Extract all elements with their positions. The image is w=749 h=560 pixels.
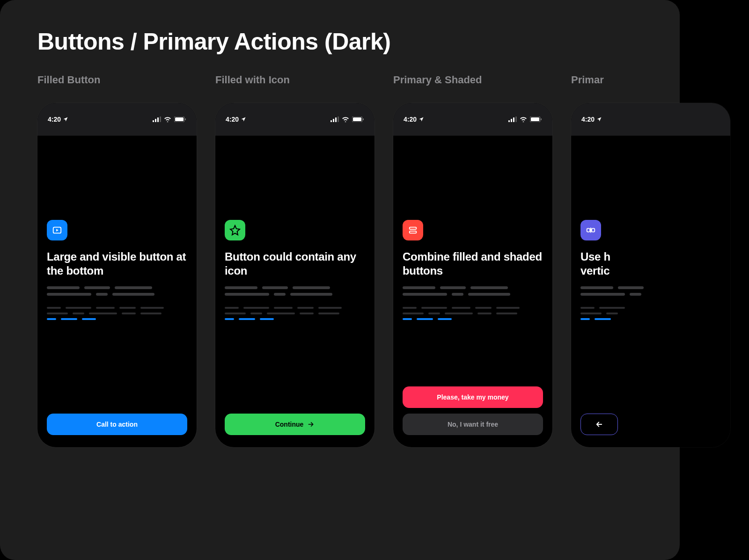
secondary-button[interactable]: No, I want it free bbox=[403, 414, 543, 435]
status-time: 4:20 bbox=[226, 116, 239, 123]
example-title: Primary & Shaded bbox=[393, 74, 552, 86]
phone-mock: 4:20 Combine filled and shaded buttons bbox=[393, 103, 552, 447]
examples-row: Filled Button 4:20 bbox=[37, 74, 680, 447]
arrow-left-icon bbox=[595, 420, 603, 429]
wifi-icon bbox=[520, 116, 527, 122]
location-icon bbox=[419, 116, 424, 122]
location-icon bbox=[63, 116, 68, 122]
example-heading: Large and visible button at the bottom bbox=[47, 250, 187, 278]
svg-rect-15 bbox=[508, 120, 510, 122]
svg-rect-22 bbox=[410, 227, 417, 230]
arrow-right-icon bbox=[307, 421, 315, 428]
svg-rect-0 bbox=[153, 120, 154, 122]
phone-content: Large and visible button at the bottom bbox=[47, 220, 187, 320]
status-right bbox=[153, 116, 186, 122]
button-label: No, I want it free bbox=[448, 421, 498, 428]
example-title: Filled with Icon bbox=[215, 74, 374, 86]
svg-rect-8 bbox=[330, 120, 332, 122]
svg-rect-10 bbox=[335, 117, 337, 122]
example-heading: Use h vertic bbox=[580, 250, 721, 278]
back-button[interactable] bbox=[580, 414, 618, 435]
star-icon bbox=[229, 225, 241, 236]
button-area: Please, take my money No, I want it free bbox=[403, 386, 543, 435]
status-bar: 4:20 bbox=[571, 103, 730, 136]
status-bar: 4:20 bbox=[393, 103, 552, 136]
button-label: Please, take my money bbox=[437, 393, 508, 401]
app-icon bbox=[225, 220, 245, 240]
app-icon bbox=[580, 220, 601, 240]
status-time: 4:20 bbox=[48, 116, 61, 123]
svg-rect-16 bbox=[511, 119, 512, 122]
placeholder-text bbox=[403, 286, 543, 320]
placeholder-text bbox=[580, 286, 721, 320]
page-title: Buttons / Primary Actions (Dark) bbox=[37, 28, 680, 55]
phone-mock: 4:20 Use h vertic bbox=[571, 103, 730, 447]
svg-rect-23 bbox=[410, 231, 417, 233]
status-bar: 4:20 bbox=[215, 103, 374, 136]
svg-rect-21 bbox=[541, 118, 542, 120]
button-area: Call to action bbox=[47, 414, 187, 435]
phone-content: Use h vertic bbox=[580, 220, 721, 320]
battery-icon bbox=[530, 116, 542, 122]
svg-rect-25 bbox=[592, 228, 595, 232]
button-label: Continue bbox=[275, 421, 304, 428]
example-column: Primar 4:20 Use h vertic bbox=[571, 74, 730, 447]
stack-icon bbox=[408, 225, 418, 235]
phone-mock: 4:20 Button could contain any icon bbox=[215, 103, 374, 447]
phone-content: Button could contain any icon bbox=[225, 220, 365, 320]
phone-content: Combine filled and shaded buttons bbox=[403, 220, 543, 320]
svg-rect-11 bbox=[338, 116, 339, 122]
button-area bbox=[580, 414, 721, 435]
cellular-icon bbox=[153, 116, 161, 122]
svg-rect-1 bbox=[155, 119, 156, 122]
svg-rect-6 bbox=[185, 118, 186, 120]
example-title: Filled Button bbox=[37, 74, 197, 86]
placeholder-text bbox=[225, 286, 365, 320]
design-canvas: Buttons / Primary Actions (Dark) Filled … bbox=[0, 0, 680, 560]
battery-icon bbox=[174, 116, 186, 122]
svg-rect-24 bbox=[587, 228, 590, 232]
status-bar: 4:20 bbox=[37, 103, 197, 136]
wifi-icon bbox=[164, 116, 171, 122]
location-icon bbox=[241, 116, 246, 122]
app-icon bbox=[403, 220, 423, 240]
svg-rect-17 bbox=[513, 117, 514, 122]
example-column: Primary & Shaded 4:20 Combine filled and… bbox=[393, 74, 552, 447]
svg-rect-5 bbox=[175, 117, 184, 121]
example-heading: Combine filled and shaded buttons bbox=[403, 250, 543, 278]
primary-button[interactable]: Continue bbox=[225, 414, 365, 435]
cellular-icon bbox=[330, 116, 339, 122]
placeholder-text bbox=[47, 286, 187, 320]
wifi-icon bbox=[342, 116, 349, 122]
svg-rect-20 bbox=[531, 117, 539, 121]
primary-button[interactable]: Call to action bbox=[47, 414, 187, 435]
status-time: 4:20 bbox=[581, 116, 595, 123]
app-icon bbox=[47, 220, 67, 240]
button-label: Call to action bbox=[96, 421, 138, 428]
svg-rect-14 bbox=[363, 118, 364, 120]
primary-button[interactable]: Please, take my money bbox=[403, 386, 543, 408]
location-icon bbox=[596, 116, 602, 122]
svg-rect-9 bbox=[333, 119, 334, 122]
example-title: Primar bbox=[571, 74, 730, 86]
phone-mock: 4:20 Large and visible button at the bot… bbox=[37, 103, 197, 447]
example-column: Filled Button 4:20 bbox=[37, 74, 197, 447]
play-icon bbox=[52, 225, 62, 235]
cellular-icon bbox=[508, 116, 517, 122]
split-icon bbox=[586, 225, 596, 235]
svg-rect-2 bbox=[157, 117, 159, 122]
button-area: Continue bbox=[225, 414, 365, 435]
svg-rect-18 bbox=[515, 116, 517, 122]
svg-rect-3 bbox=[160, 116, 161, 122]
battery-icon bbox=[352, 116, 364, 122]
status-time: 4:20 bbox=[404, 116, 417, 123]
example-column: Filled with Icon 4:20 Button could conta… bbox=[215, 74, 374, 447]
example-heading: Button could contain any icon bbox=[225, 250, 365, 278]
svg-rect-13 bbox=[353, 117, 361, 121]
